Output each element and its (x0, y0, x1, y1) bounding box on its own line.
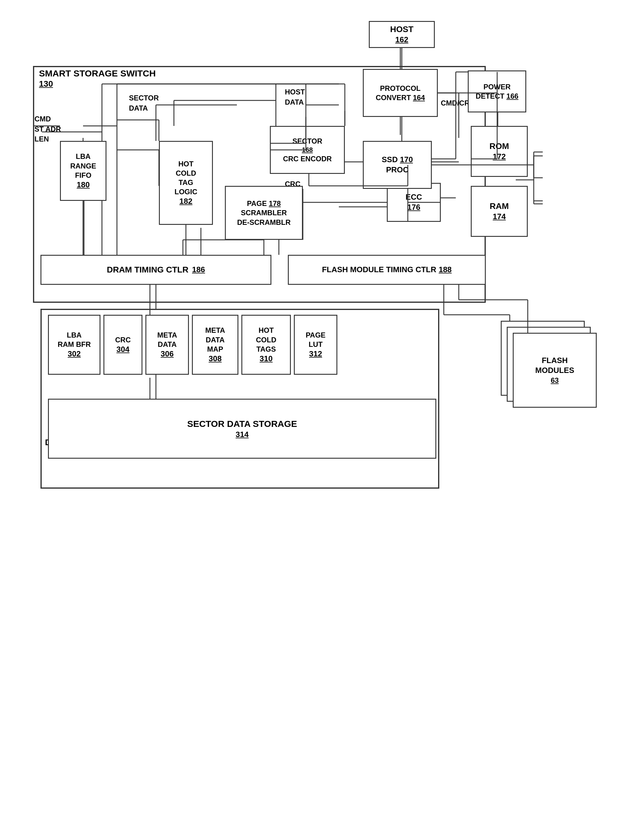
lba-range-fifo-box: LBARANGEFIFO 180 (60, 141, 106, 201)
smart-storage-switch-label: SMART STORAGE SWITCH (39, 68, 156, 79)
meta-data-box: METADATA 306 (145, 315, 189, 375)
meta-data-map-box: METADATAMAP 308 (192, 315, 238, 375)
dram-timing-ctlr-box: DRAM TIMING CTLR 186 (41, 255, 271, 285)
smart-storage-switch-ref: 130 (39, 79, 53, 89)
page-lut-box: PAGELUT 312 (294, 315, 337, 375)
rom-box: ROM 172 (471, 126, 528, 177)
host-data-label: HOSTDATA (285, 87, 305, 107)
flash-modules-box: FLASHMODULES 63 (513, 333, 597, 408)
ram-box: RAM 174 (471, 186, 528, 237)
cmd-st-adr-len-label: CMDST ADRLEN (35, 114, 61, 144)
diagram-container: HOST 162 SMART STORAGE SWITCH 130 CMDST … (24, 12, 594, 827)
sector-crc-encodr-box: SECTOR 168 CRC ENCODR (270, 126, 345, 174)
sector-data-label: SECTORDATA (129, 93, 159, 113)
hot-cold-tag-logic-box: HOTCOLDTAGLOGIC 182 (159, 141, 213, 225)
protocol-convert-box: PROTOCOL CONVERT 164 (363, 69, 438, 117)
power-detect-box: POWER DETECT 166 (468, 70, 526, 112)
page-scrambler-box: PAGE 178 SCRAMBLER DE-SCRAMBLR (225, 186, 303, 240)
flash-module-timing-ctlr-box: FLASH MODULE TIMING CTLR 188 (288, 255, 486, 285)
sector-data-storage-box: SECTOR DATA STORAGE 314 (48, 399, 436, 459)
crc-dram-box: CRC 304 (103, 315, 142, 375)
host-box: HOST 162 (369, 21, 435, 48)
hot-cold-tags-box: HOTCOLDTAGS 310 (241, 315, 291, 375)
lba-ram-bfr-box: LBARAM BFR 302 (48, 315, 100, 375)
ssd-proc-box: SSD 170 PROC (363, 141, 432, 189)
